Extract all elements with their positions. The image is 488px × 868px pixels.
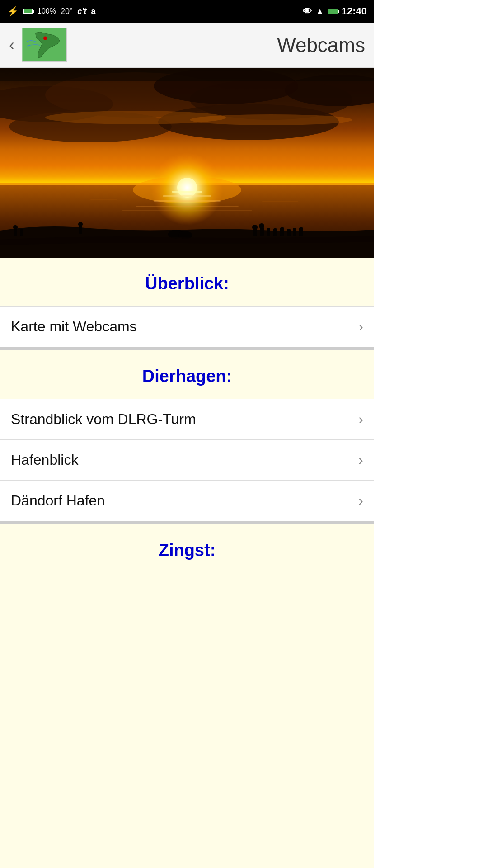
battery-percent: 100%	[38, 7, 56, 15]
svg-rect-37	[79, 225, 82, 234]
svg-rect-34	[287, 229, 291, 236]
list-item-hafenblick-label: Hafenblick	[11, 452, 78, 468]
list-item-karte[interactable]: Karte mit Webcams ›	[0, 306, 374, 347]
signal-icon: ▲	[315, 6, 324, 17]
svg-point-30	[259, 223, 264, 229]
chevron-right-icon-4: ›	[358, 492, 363, 509]
section-header-dierhagen: Dierhagen:	[0, 350, 374, 399]
usb-icon: ⚡	[7, 6, 19, 17]
section-divider-1	[0, 347, 374, 350]
list-item-hafenblick[interactable]: Hafenblick ›	[0, 439, 374, 480]
list-item-strandblick-label: Strandblick vom DLRG-Turm	[11, 411, 196, 428]
chevron-right-icon-3: ›	[358, 452, 363, 468]
svg-rect-10	[0, 68, 374, 81]
content-area: Überblick: Karte mit Webcams › Dierhagen…	[0, 258, 374, 868]
back-button[interactable]: ‹	[9, 36, 14, 55]
svg-rect-32	[273, 228, 277, 236]
svg-rect-23	[90, 199, 117, 200]
section-divider-2	[0, 521, 374, 524]
webcam-hero-image[interactable]	[0, 68, 374, 258]
app-logo	[22, 28, 67, 62]
eye-icon: 👁	[303, 6, 312, 17]
svg-rect-19	[163, 195, 211, 197]
battery-icon-right	[328, 9, 338, 14]
svg-point-12	[190, 114, 352, 125]
amazon-icon: a	[91, 7, 95, 16]
status-right: 👁 ▲ 12:40	[303, 5, 367, 17]
section-header-zingst: Zingst:	[0, 524, 374, 573]
svg-rect-20	[154, 200, 221, 202]
svg-rect-36	[299, 227, 303, 236]
svg-rect-24	[262, 201, 298, 202]
svg-point-40	[13, 225, 18, 230]
svg-rect-35	[293, 228, 296, 236]
svg-rect-18	[172, 191, 202, 193]
svg-point-1	[43, 37, 47, 40]
list-item-strandblick[interactable]: Strandblick vom DLRG-Turm ›	[0, 399, 374, 439]
svg-rect-21	[136, 206, 239, 207]
chevron-right-icon: ›	[358, 318, 363, 335]
back-icon: ‹	[9, 36, 14, 54]
svg-rect-31	[267, 228, 270, 236]
app-header: ‹ Webcams	[0, 23, 374, 68]
temperature: 20°	[61, 7, 73, 16]
svg-point-17	[177, 178, 197, 198]
page-title: Webcams	[277, 34, 365, 57]
section-header-ueberblick: Überblick:	[0, 258, 374, 306]
svg-point-28	[252, 225, 258, 230]
battery-indicator	[23, 9, 33, 14]
status-bar: ⚡ 100% 20° c't a 👁 ▲ 12:40	[0, 0, 374, 23]
svg-point-38	[78, 222, 83, 226]
list-item-karte-label: Karte mit Webcams	[11, 318, 137, 335]
list-item-daendorf-label: Dändorf Hafen	[11, 492, 105, 509]
clock: 12:40	[342, 5, 367, 17]
list-item-daendorf[interactable]: Dändorf Hafen ›	[0, 480, 374, 521]
svg-rect-33	[280, 227, 284, 236]
chevron-right-icon-2: ›	[358, 411, 363, 428]
svg-rect-41	[20, 229, 23, 236]
svg-rect-22	[122, 210, 252, 211]
status-left: ⚡ 100% 20° c't a	[7, 6, 95, 17]
ct-icon: c't	[77, 7, 86, 16]
